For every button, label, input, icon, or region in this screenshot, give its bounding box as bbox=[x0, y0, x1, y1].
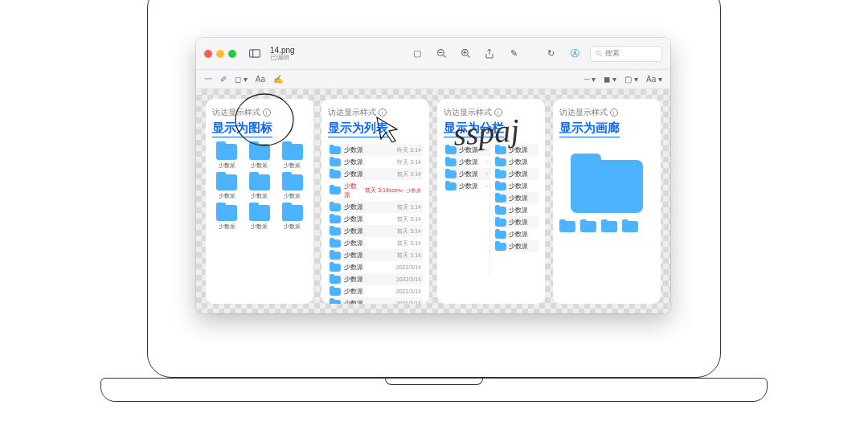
folder-label: 少数派 bbox=[219, 223, 235, 231]
fill-color-icon[interactable]: ▢ ▾ bbox=[624, 75, 638, 84]
list-item[interactable]: 少数派2021/3/14 bbox=[328, 297, 423, 304]
folder-icon[interactable] bbox=[216, 144, 237, 160]
zoom-button[interactable] bbox=[228, 50, 236, 58]
folder-icon bbox=[559, 221, 575, 232]
list-item-date: 2022/3/14 bbox=[396, 264, 421, 270]
column-item-name: 少数派 bbox=[459, 145, 478, 154]
column-item[interactable]: 少数派 bbox=[493, 156, 539, 168]
column-item[interactable]: 少数派 bbox=[493, 240, 539, 252]
list-item-date: 2022/3/14 bbox=[396, 276, 421, 282]
folder-icon[interactable] bbox=[216, 174, 237, 190]
draw-tool-icon[interactable]: 〰 bbox=[204, 75, 212, 84]
close-button[interactable] bbox=[204, 50, 212, 58]
column-item[interactable]: 少数派 bbox=[493, 192, 539, 204]
list-item[interactable]: 少数派前天 3:14 bbox=[328, 249, 423, 261]
list-item[interactable]: 少数派前天 3:14 bbox=[328, 168, 423, 180]
svg-line-10 bbox=[443, 55, 445, 58]
folder-icon bbox=[330, 264, 341, 272]
folder-icon bbox=[495, 158, 506, 166]
card-icon-view: 访达显示样式 i 显示为图标 少数派少数派少数派少数派少数派少数派少数派少数派少… bbox=[206, 99, 313, 304]
sketch-tool-icon[interactable]: ✐ bbox=[220, 75, 227, 84]
column-item[interactable]: 少数派 bbox=[493, 180, 539, 192]
folder-icon[interactable] bbox=[282, 174, 303, 190]
line-style-icon[interactable]: ─ ▾ bbox=[584, 75, 596, 84]
list-item[interactable]: 少数派前天 3:14SSPAI···少数派 bbox=[328, 180, 423, 201]
folder-icon bbox=[330, 227, 341, 235]
info-icon[interactable]: i bbox=[494, 108, 502, 117]
folder-icon bbox=[330, 158, 341, 166]
list-item[interactable]: 少数派前天 3:14 bbox=[328, 213, 423, 225]
folder-icon bbox=[495, 146, 506, 154]
column-item[interactable]: 少数派› bbox=[444, 144, 489, 156]
laptop-base bbox=[100, 378, 768, 402]
column-item[interactable]: 少数派› bbox=[444, 180, 489, 192]
column-item-name: 少数派 bbox=[509, 182, 528, 190]
info-icon[interactable]: i bbox=[263, 108, 271, 117]
list-item[interactable]: 少数派前天 3:14 bbox=[328, 201, 423, 213]
folder-icon bbox=[495, 207, 506, 215]
list-item-name: 少数派 bbox=[344, 251, 394, 260]
folder-label: 少数派 bbox=[251, 162, 268, 170]
column-item[interactable]: 少数派 bbox=[493, 168, 539, 180]
column-item-name: 少数派 bbox=[459, 182, 478, 190]
column-item[interactable]: 少数派 bbox=[493, 204, 539, 216]
document-canvas: 访达显示样式 i 显示为图标 少数派少数派少数派少数派少数派少数派少数派少数派少… bbox=[196, 89, 670, 313]
card-title: 显示为列表 bbox=[328, 121, 388, 137]
list-item-name: 少数派 bbox=[344, 227, 394, 235]
search-input[interactable]: 搜索 bbox=[590, 46, 662, 62]
macos-menubar: 预览 文件 编辑 显示 前往 工具 窗口 帮助 ◎ 3月14日 3:14 AM bbox=[148, 0, 720, 2]
list-item[interactable]: 少数派2022/3/14 bbox=[328, 273, 423, 285]
shapes-tool-icon[interactable]: ◻ ▾ bbox=[235, 75, 248, 84]
folder-icon bbox=[330, 252, 341, 260]
chevron-right-icon: › bbox=[485, 183, 487, 189]
window-traffic-lights bbox=[204, 50, 236, 58]
markup-icon[interactable]: Ⓐ bbox=[566, 45, 583, 63]
folder-icon[interactable] bbox=[249, 174, 270, 190]
list-item-date: 昨天 3:14 bbox=[397, 158, 421, 166]
sign-tool-icon[interactable]: ✍ bbox=[273, 75, 283, 84]
list-item-name: 少数派 bbox=[344, 182, 362, 199]
column-item[interactable]: 少数派 bbox=[493, 216, 539, 228]
folder-icon bbox=[495, 243, 506, 251]
folder-icon bbox=[445, 182, 457, 190]
list-item-date: 昨天 3:14 bbox=[397, 146, 421, 154]
stroke-color-icon[interactable]: ◼ ▾ bbox=[604, 75, 616, 84]
list-item[interactable]: 少数派昨天 3:14 bbox=[328, 144, 423, 156]
folder-icon[interactable] bbox=[249, 205, 270, 221]
chevron-right-icon: › bbox=[485, 159, 487, 165]
info-icon[interactable]: i bbox=[610, 108, 618, 117]
list-item-date: 前天 3:14 bbox=[397, 252, 421, 260]
column-item[interactable]: 少数派› bbox=[444, 156, 489, 168]
list-item[interactable]: 少数派2022/3/14 bbox=[328, 261, 423, 273]
list-item[interactable]: 少数派前天 3:14 bbox=[328, 237, 423, 249]
preview-window: 14.png 已编辑 ▢ ✎ ↻ Ⓐ 搜索 〰 bbox=[196, 38, 670, 313]
column-item[interactable]: 少数派 bbox=[493, 228, 539, 240]
minimize-button[interactable] bbox=[216, 50, 224, 58]
svg-line-14 bbox=[467, 55, 469, 58]
column-item[interactable]: 少数派› bbox=[444, 168, 489, 180]
list-item-date: 2021/3/14 bbox=[396, 301, 421, 304]
folder-icon[interactable] bbox=[216, 205, 237, 221]
text-tool-icon[interactable]: Aa bbox=[256, 75, 265, 84]
text-style-icon[interactable]: Aa ▾ bbox=[646, 75, 662, 84]
folder-label: 少数派 bbox=[251, 192, 268, 200]
folder-label: 少数派 bbox=[219, 192, 235, 200]
zoom-out-icon[interactable] bbox=[432, 45, 450, 63]
folder-icon bbox=[622, 221, 638, 232]
list-item[interactable]: 少数派昨天 3:14 bbox=[328, 156, 423, 168]
highlight-icon[interactable]: ✎ bbox=[505, 45, 522, 63]
rotate-icon[interactable]: ↻ bbox=[542, 45, 559, 63]
folder-icon bbox=[330, 288, 341, 296]
zoom-in-icon[interactable] bbox=[457, 45, 474, 63]
folder-icon[interactable] bbox=[249, 144, 270, 160]
folder-icon[interactable] bbox=[282, 144, 303, 160]
info-icon[interactable]: i bbox=[379, 108, 387, 117]
share-icon[interactable] bbox=[481, 45, 498, 63]
list-item-name: 少数派 bbox=[344, 287, 393, 296]
folder-icon[interactable] bbox=[282, 205, 303, 221]
list-item[interactable]: 少数派前天 3:14 bbox=[328, 225, 423, 237]
column-item[interactable]: 少数派 bbox=[493, 144, 539, 156]
sidebar-toggle-icon[interactable] bbox=[246, 45, 264, 63]
view-mode-icon[interactable]: ▢ bbox=[408, 45, 426, 63]
list-item[interactable]: 少数派2022/3/14 bbox=[328, 285, 423, 297]
